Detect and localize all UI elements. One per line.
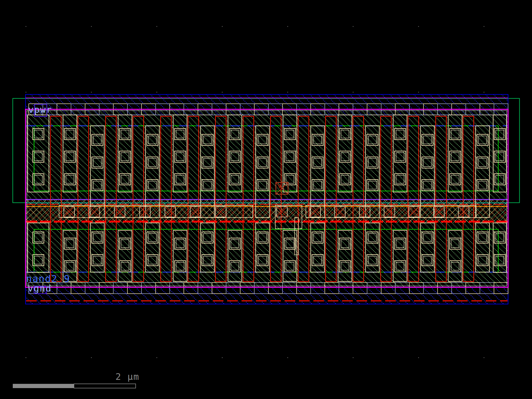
grid-dot (484, 92, 484, 93)
grid-dot (287, 92, 288, 93)
grid-dot (156, 26, 157, 27)
via-letter: V (278, 183, 281, 190)
grid-dot (26, 357, 26, 358)
grid-dot (353, 357, 354, 358)
vgnd-label: vgnd (28, 283, 52, 294)
layout-canvas[interactable]: V V vpwr nand2_9 vgnd 2 μm (0, 0, 532, 399)
scalebar-label: 2 μm (115, 371, 139, 382)
cell-instance-label: nand2_9 (26, 273, 70, 284)
grid-dot (222, 92, 223, 93)
grid-dot (353, 26, 354, 27)
grid-dot (91, 357, 92, 358)
grid-dot (156, 92, 157, 93)
grid-dot (484, 26, 484, 27)
grid-dot (287, 357, 288, 358)
grid-dot (418, 92, 419, 93)
grid-dot (156, 357, 157, 358)
layout-drawing: V V vpwr nand2_9 vgnd 2 μm (0, 0, 532, 399)
grid-dot (222, 357, 223, 358)
vpwr-label: vpwr (28, 104, 52, 115)
grid-dot (26, 92, 26, 93)
grid-dot (91, 92, 92, 93)
via-letter: V (279, 207, 282, 213)
grid-dot (484, 357, 484, 358)
pdiff-hatch-region (26, 110, 508, 200)
grid-dot (353, 92, 354, 93)
grid-dot (418, 357, 419, 358)
grid-dot (418, 26, 419, 27)
scalebar-filled-segment (13, 384, 74, 388)
grid-dot (26, 26, 26, 27)
grid-dot (222, 26, 223, 27)
grid-dot (91, 26, 92, 27)
vgnd-metal1-rail (26, 287, 508, 304)
grid-dot (287, 26, 288, 27)
